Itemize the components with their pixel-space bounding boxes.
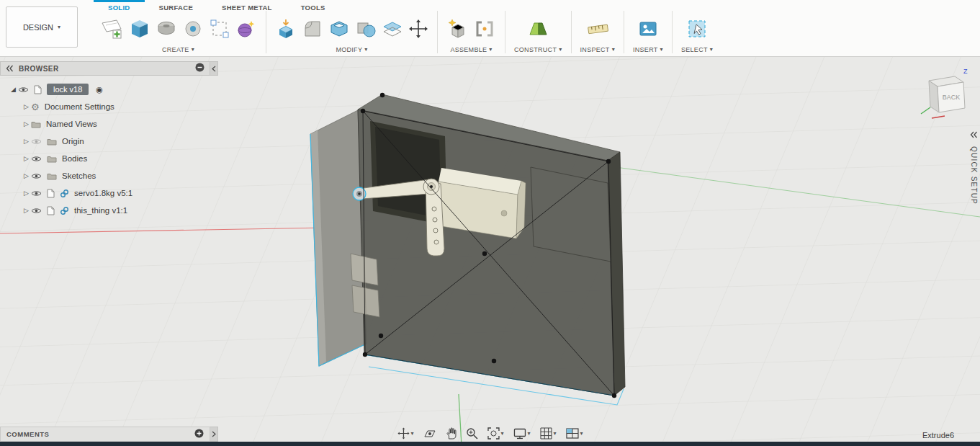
ribbon-tabs: SOLID SURFACE SHEET METAL TOOLS [94, 0, 340, 11]
browser-title: BROWSER [19, 65, 190, 73]
visibility-eye-off-icon[interactable] [31, 138, 42, 145]
offset-face-icon[interactable] [382, 18, 403, 40]
look-at-tool[interactable] [423, 428, 436, 440]
visibility-eye-icon[interactable] [31, 208, 42, 214]
browser-tree: ◢ lock v18 ◉ ▷ ⚙ Document Settings ▷ [0, 76, 219, 219]
tree-row-servo-component[interactable]: ▷ servo1.8kg v5:1 [0, 184, 219, 202]
joint-icon[interactable] [473, 18, 496, 40]
ribbon-group-insert: INSERT ▾ [624, 11, 672, 53]
tab-tools[interactable]: TOOLS [287, 0, 340, 11]
collapse-left-icon[interactable] [6, 62, 14, 75]
orbit-tool[interactable]: ▾ [397, 427, 413, 440]
pattern-icon[interactable] [209, 18, 230, 40]
display-settings-icon [513, 428, 526, 440]
insert-icon[interactable] [638, 19, 658, 39]
caret-down-icon: ▾ [192, 47, 194, 53]
quick-setup-panel[interactable]: QUICK SETUP [970, 128, 978, 205]
folder-icon [31, 120, 41, 128]
folder-icon [47, 172, 57, 180]
browser-header: BROWSER [0, 61, 210, 76]
create-sketch-icon[interactable] [99, 17, 124, 41]
tree-row-root-component[interactable]: ◢ lock v18 ◉ [0, 81, 219, 98]
tree-collapsed-icon[interactable]: ▷ [22, 207, 31, 214]
zoom-tool[interactable] [465, 427, 477, 440]
visibility-eye-icon[interactable] [31, 190, 42, 197]
tree-collapsed-icon[interactable]: ▷ [22, 103, 31, 110]
modify-menu-button[interactable]: MODIFY ▾ [336, 46, 367, 53]
caret-down-icon: ▾ [500, 431, 503, 437]
tree-row-thisthing-component[interactable]: ▷ this_thing v1:1 [0, 202, 219, 219]
fusion-window: DESIGN ▾ SOLID SURFACE SHEET METAL TOOLS [0, 0, 980, 446]
ribbon-group-modify: MODIFY ▾ [266, 11, 437, 53]
tree-expanded-icon[interactable]: ◢ [9, 86, 18, 93]
measure-icon[interactable] [585, 18, 610, 40]
shell-icon[interactable] [328, 18, 350, 40]
minimize-panel-icon[interactable] [195, 62, 204, 75]
ribbon-group-select: SELECT ▾ [672, 11, 721, 53]
tree-collapsed-icon[interactable]: ▷ [22, 155, 31, 162]
look-at-icon [423, 428, 436, 440]
fit-tool[interactable]: ▾ [487, 427, 503, 440]
construct-menu-button[interactable]: CONSTRUCT ▾ [514, 46, 562, 53]
new-component-icon[interactable] [446, 18, 468, 40]
visibility-eye-icon[interactable] [31, 156, 42, 162]
tree-row-document-settings[interactable]: ▷ ⚙ Document Settings [0, 98, 219, 115]
visibility-eye-icon[interactable] [18, 86, 29, 93]
assemble-menu-button[interactable]: ASSEMBLE ▾ [450, 46, 492, 53]
fillet-icon[interactable] [302, 18, 323, 40]
folder-icon [47, 155, 57, 163]
select-menu-button[interactable]: SELECT ▾ [681, 46, 713, 53]
activate-component-radio[interactable]: ◉ [96, 85, 103, 94]
caret-down-icon: ▾ [612, 47, 615, 53]
create-form-icon[interactable] [235, 18, 257, 40]
browser-resize-handle[interactable] [210, 61, 218, 76]
viewports-icon [566, 428, 579, 439]
viewcube-face-label: BACK [943, 94, 961, 101]
extrude-icon[interactable] [129, 18, 150, 40]
viewports-tool[interactable]: ▾ [566, 428, 583, 439]
pan-hand-icon [445, 427, 456, 440]
root-component-label[interactable]: lock v18 [47, 84, 89, 95]
design-workspace-dropdown[interactable]: DESIGN ▾ [6, 6, 78, 48]
collapse-left-icon[interactable] [970, 128, 978, 141]
visibility-eye-icon[interactable] [31, 173, 42, 179]
tab-solid[interactable]: SOLID [94, 0, 145, 11]
tree-row-sketches[interactable]: ▷ Sketches [0, 167, 219, 184]
ribbon-groups: CREATE ▾ [91, 11, 721, 53]
quick-setup-label[interactable]: QUICK SETUP [970, 146, 978, 205]
comments-bar[interactable]: COMMENTS [0, 427, 210, 442]
tree-collapsed-icon[interactable]: ▷ [22, 120, 31, 128]
grid-snaps-tool[interactable]: ▾ [540, 427, 557, 440]
tree-collapsed-icon[interactable]: ▷ [22, 189, 31, 197]
display-settings-tool[interactable]: ▾ [513, 428, 530, 440]
caret-down-icon: ▾ [580, 431, 583, 437]
select-icon[interactable] [686, 18, 708, 40]
add-comment-icon[interactable] [194, 428, 204, 441]
tree-collapsed-icon[interactable]: ▷ [22, 172, 31, 179]
view-cube[interactable]: Z BACK [919, 66, 972, 127]
ribbon-group-inspect: INSPECT ▾ [571, 11, 624, 53]
construct-plane-icon[interactable] [526, 18, 549, 40]
active-feature-label: Extrude6 [922, 431, 954, 440]
fit-icon [487, 427, 499, 440]
tree-row-named-views[interactable]: ▷ Named Views [0, 115, 219, 133]
inspect-menu-button[interactable]: INSPECT ▾ [580, 46, 615, 53]
tree-collapsed-icon[interactable]: ▷ [22, 138, 31, 145]
revolve-icon[interactable] [156, 18, 177, 40]
tab-sheet-metal[interactable]: SHEET METAL [207, 0, 287, 11]
component-icon [47, 189, 55, 198]
tree-row-bodies[interactable]: ▷ Bodies [0, 150, 219, 167]
pan-tool[interactable] [445, 427, 456, 440]
press-pull-icon[interactable] [275, 18, 297, 40]
ribbon-group-create: CREATE ▾ [91, 11, 266, 53]
hole-icon[interactable] [182, 18, 204, 40]
combine-icon[interactable] [355, 18, 377, 40]
insert-menu-button[interactable]: INSERT ▾ [633, 46, 663, 53]
comments-expand-handle[interactable] [210, 427, 218, 442]
move-copy-icon[interactable] [408, 19, 428, 39]
ribbon-group-construct: CONSTRUCT ▾ [505, 11, 571, 53]
linked-component-icon [60, 189, 69, 198]
tree-row-origin[interactable]: ▷ Origin [0, 133, 219, 150]
create-menu-button[interactable]: CREATE ▾ [162, 46, 194, 53]
tab-surface[interactable]: SURFACE [145, 0, 208, 11]
